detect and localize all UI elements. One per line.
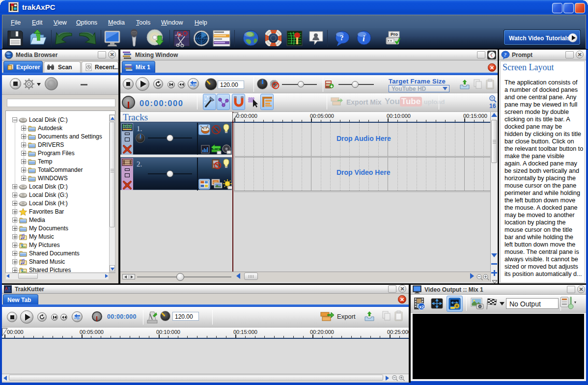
svg-text:i: i — [363, 34, 365, 43]
svg-text:Pro: Pro — [391, 32, 398, 37]
svg-text:?: ? — [504, 52, 506, 57]
svg-text:?: ? — [340, 34, 344, 42]
svg-text:x2: x2 — [419, 304, 424, 309]
